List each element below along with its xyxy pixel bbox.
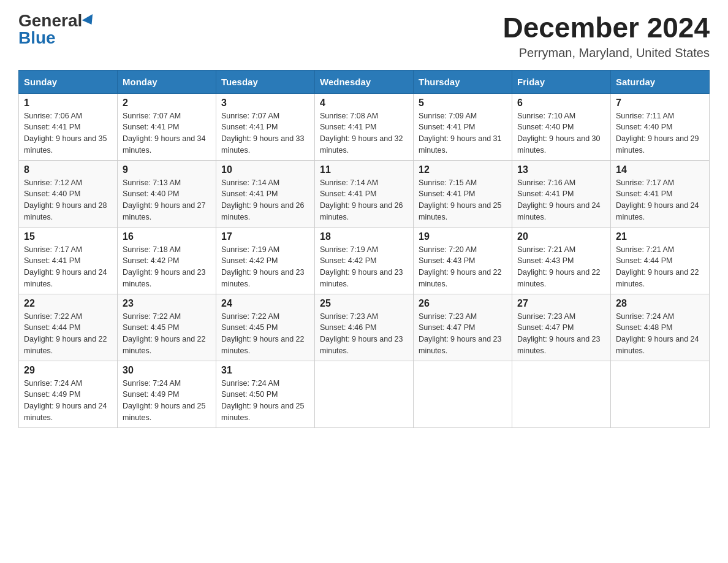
day-number: 31: [221, 365, 309, 376]
calendar-cell: 15 Sunrise: 7:17 AMSunset: 4:41 PMDaylig…: [19, 227, 118, 294]
calendar-cell: 20 Sunrise: 7:21 AMSunset: 4:43 PMDaylig…: [512, 227, 611, 294]
calendar-cell: 28 Sunrise: 7:24 AMSunset: 4:48 PMDaylig…: [611, 294, 710, 361]
logo-blue-text: Blue: [18, 29, 56, 47]
weekday-header-sunday: Sunday: [19, 70, 118, 93]
calendar-cell: 14 Sunrise: 7:17 AMSunset: 4:41 PMDaylig…: [611, 160, 710, 227]
day-info: Sunrise: 7:23 AMSunset: 4:47 PMDaylight:…: [517, 312, 601, 355]
calendar-cell: 10 Sunrise: 7:14 AMSunset: 4:41 PMDaylig…: [216, 160, 315, 227]
day-info: Sunrise: 7:24 AMSunset: 4:48 PMDaylight:…: [616, 312, 699, 355]
day-info: Sunrise: 7:23 AMSunset: 4:46 PMDaylight:…: [320, 312, 403, 355]
calendar-cell: 1 Sunrise: 7:06 AMSunset: 4:41 PMDayligh…: [19, 93, 118, 160]
calendar-cell: [414, 361, 512, 427]
day-info: Sunrise: 7:24 AMSunset: 4:49 PMDaylight:…: [24, 379, 107, 422]
day-number: 16: [123, 231, 211, 242]
calendar-week-row: 8 Sunrise: 7:12 AMSunset: 4:40 PMDayligh…: [19, 160, 710, 227]
calendar-cell: 6 Sunrise: 7:10 AMSunset: 4:40 PMDayligh…: [512, 93, 611, 160]
calendar-cell: [611, 361, 710, 427]
day-number: 22: [24, 298, 112, 309]
calendar-cell: 8 Sunrise: 7:12 AMSunset: 4:40 PMDayligh…: [19, 160, 118, 227]
day-number: 6: [517, 98, 605, 109]
calendar-cell: 31 Sunrise: 7:24 AMSunset: 4:50 PMDaylig…: [216, 361, 315, 427]
day-number: 3: [221, 98, 309, 109]
day-info: Sunrise: 7:21 AMSunset: 4:44 PMDaylight:…: [616, 245, 699, 288]
day-info: Sunrise: 7:16 AMSunset: 4:41 PMDaylight:…: [517, 178, 601, 221]
day-info: Sunrise: 7:24 AMSunset: 4:50 PMDaylight:…: [221, 379, 305, 422]
calendar-cell: 23 Sunrise: 7:22 AMSunset: 4:45 PMDaylig…: [118, 294, 216, 361]
day-number: 17: [221, 231, 309, 242]
weekday-header-wednesday: Wednesday: [315, 70, 414, 93]
day-number: 23: [123, 298, 211, 309]
day-info: Sunrise: 7:06 AMSunset: 4:41 PMDaylight:…: [24, 112, 107, 155]
day-number: 25: [320, 298, 408, 309]
calendar-cell: [315, 361, 414, 427]
weekday-header-saturday: Saturday: [611, 70, 710, 93]
calendar-cell: 29 Sunrise: 7:24 AMSunset: 4:49 PMDaylig…: [19, 361, 118, 427]
day-info: Sunrise: 7:14 AMSunset: 4:41 PMDaylight:…: [320, 178, 403, 221]
calendar-cell: 27 Sunrise: 7:23 AMSunset: 4:47 PMDaylig…: [512, 294, 611, 361]
day-info: Sunrise: 7:11 AMSunset: 4:40 PMDaylight:…: [616, 112, 699, 155]
day-info: Sunrise: 7:17 AMSunset: 4:41 PMDaylight:…: [24, 245, 107, 288]
day-info: Sunrise: 7:19 AMSunset: 4:42 PMDaylight:…: [221, 245, 305, 288]
day-info: Sunrise: 7:14 AMSunset: 4:41 PMDaylight:…: [221, 178, 305, 221]
calendar-cell: [512, 361, 611, 427]
day-number: 13: [517, 164, 605, 175]
day-number: 5: [419, 98, 507, 109]
logo-general-text: General: [18, 12, 82, 29]
day-info: Sunrise: 7:08 AMSunset: 4:41 PMDaylight:…: [320, 112, 403, 155]
day-info: Sunrise: 7:19 AMSunset: 4:42 PMDaylight:…: [320, 245, 403, 288]
calendar-cell: 13 Sunrise: 7:16 AMSunset: 4:41 PMDaylig…: [512, 160, 611, 227]
day-number: 18: [320, 231, 408, 242]
title-area: December 2024 Perryman, Maryland, United…: [502, 12, 710, 60]
day-info: Sunrise: 7:17 AMSunset: 4:41 PMDaylight:…: [616, 178, 699, 221]
weekday-header-thursday: Thursday: [414, 70, 512, 93]
day-number: 7: [616, 98, 704, 109]
calendar-week-row: 22 Sunrise: 7:22 AMSunset: 4:44 PMDaylig…: [19, 294, 710, 361]
day-number: 19: [419, 231, 507, 242]
day-number: 28: [616, 298, 704, 309]
calendar-week-row: 15 Sunrise: 7:17 AMSunset: 4:41 PMDaylig…: [19, 227, 710, 294]
day-info: Sunrise: 7:12 AMSunset: 4:40 PMDaylight:…: [24, 178, 107, 221]
day-number: 24: [221, 298, 309, 309]
day-info: Sunrise: 7:10 AMSunset: 4:40 PMDaylight:…: [517, 112, 601, 155]
weekday-header-monday: Monday: [118, 70, 216, 93]
weekday-header-row: SundayMondayTuesdayWednesdayThursdayFrid…: [19, 70, 710, 93]
calendar-cell: 26 Sunrise: 7:23 AMSunset: 4:47 PMDaylig…: [414, 294, 512, 361]
calendar-cell: 21 Sunrise: 7:21 AMSunset: 4:44 PMDaylig…: [611, 227, 710, 294]
weekday-header-tuesday: Tuesday: [216, 70, 315, 93]
calendar-cell: 3 Sunrise: 7:07 AMSunset: 4:41 PMDayligh…: [216, 93, 315, 160]
day-info: Sunrise: 7:23 AMSunset: 4:47 PMDaylight:…: [419, 312, 502, 355]
day-number: 8: [24, 164, 112, 175]
calendar-cell: 17 Sunrise: 7:19 AMSunset: 4:42 PMDaylig…: [216, 227, 315, 294]
day-number: 29: [24, 365, 112, 376]
calendar-cell: 19 Sunrise: 7:20 AMSunset: 4:43 PMDaylig…: [414, 227, 512, 294]
day-info: Sunrise: 7:07 AMSunset: 4:41 PMDaylight:…: [123, 112, 206, 155]
calendar-table: SundayMondayTuesdayWednesdayThursdayFrid…: [18, 70, 710, 428]
calendar-cell: 4 Sunrise: 7:08 AMSunset: 4:41 PMDayligh…: [315, 93, 414, 160]
day-info: Sunrise: 7:21 AMSunset: 4:43 PMDaylight:…: [517, 245, 601, 288]
calendar-cell: 25 Sunrise: 7:23 AMSunset: 4:46 PMDaylig…: [315, 294, 414, 361]
location-title: Perryman, Maryland, United States: [502, 46, 710, 60]
day-number: 11: [320, 164, 408, 175]
day-number: 27: [517, 298, 605, 309]
day-info: Sunrise: 7:24 AMSunset: 4:49 PMDaylight:…: [123, 379, 206, 422]
calendar-cell: 22 Sunrise: 7:22 AMSunset: 4:44 PMDaylig…: [19, 294, 118, 361]
day-number: 10: [221, 164, 309, 175]
calendar-week-row: 29 Sunrise: 7:24 AMSunset: 4:49 PMDaylig…: [19, 361, 710, 427]
day-number: 20: [517, 231, 605, 242]
calendar-cell: 16 Sunrise: 7:18 AMSunset: 4:42 PMDaylig…: [118, 227, 216, 294]
calendar-week-row: 1 Sunrise: 7:06 AMSunset: 4:41 PMDayligh…: [19, 93, 710, 160]
calendar-cell: 30 Sunrise: 7:24 AMSunset: 4:49 PMDaylig…: [118, 361, 216, 427]
calendar-cell: 9 Sunrise: 7:13 AMSunset: 4:40 PMDayligh…: [118, 160, 216, 227]
header: General Blue December 2024 Perryman, Mar…: [18, 12, 710, 60]
day-info: Sunrise: 7:07 AMSunset: 4:41 PMDaylight:…: [221, 112, 305, 155]
day-number: 9: [123, 164, 211, 175]
day-number: 4: [320, 98, 408, 109]
calendar-cell: 7 Sunrise: 7:11 AMSunset: 4:40 PMDayligh…: [611, 93, 710, 160]
day-info: Sunrise: 7:15 AMSunset: 4:41 PMDaylight:…: [419, 178, 502, 221]
day-number: 2: [123, 98, 211, 109]
day-info: Sunrise: 7:22 AMSunset: 4:45 PMDaylight:…: [123, 312, 206, 355]
calendar-cell: 5 Sunrise: 7:09 AMSunset: 4:41 PMDayligh…: [414, 93, 512, 160]
month-title: December 2024: [502, 12, 710, 44]
day-info: Sunrise: 7:13 AMSunset: 4:40 PMDaylight:…: [123, 178, 206, 221]
day-info: Sunrise: 7:18 AMSunset: 4:42 PMDaylight:…: [123, 245, 206, 288]
